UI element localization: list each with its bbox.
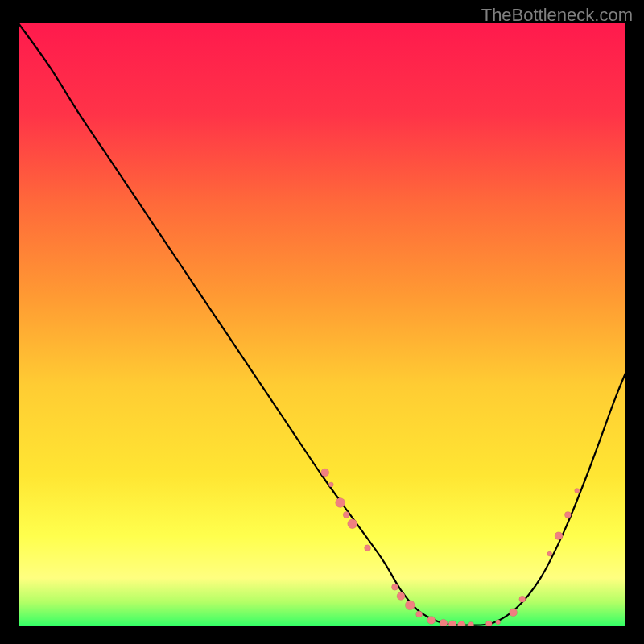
data-dot bbox=[448, 621, 456, 626]
data-dot bbox=[343, 511, 349, 518]
data-dot bbox=[348, 519, 357, 529]
data-dot bbox=[496, 620, 501, 625]
gradient-background bbox=[19, 23, 625, 626]
data-dot bbox=[365, 545, 371, 551]
data-dot bbox=[336, 497, 345, 507]
data-dot bbox=[519, 596, 526, 602]
plot-area bbox=[19, 23, 625, 626]
data-dot bbox=[510, 609, 518, 617]
data-dot bbox=[405, 601, 415, 610]
data-dot bbox=[440, 619, 448, 626]
data-dot bbox=[564, 511, 571, 518]
data-dot bbox=[485, 621, 492, 626]
data-dot bbox=[321, 469, 329, 477]
data-dot bbox=[427, 617, 436, 625]
watermark-text: TheBottleneck.com bbox=[481, 5, 633, 26]
data-dot bbox=[468, 622, 474, 627]
data-dot bbox=[397, 592, 405, 601]
data-dot bbox=[547, 551, 552, 556]
data-dot bbox=[416, 611, 423, 617]
data-dot bbox=[328, 482, 333, 487]
data-dot bbox=[555, 532, 563, 540]
plot-svg bbox=[19, 23, 625, 626]
data-dot bbox=[391, 584, 398, 590]
chart-container: TheBottleneck.com bbox=[0, 0, 644, 644]
data-dot bbox=[575, 488, 580, 493]
